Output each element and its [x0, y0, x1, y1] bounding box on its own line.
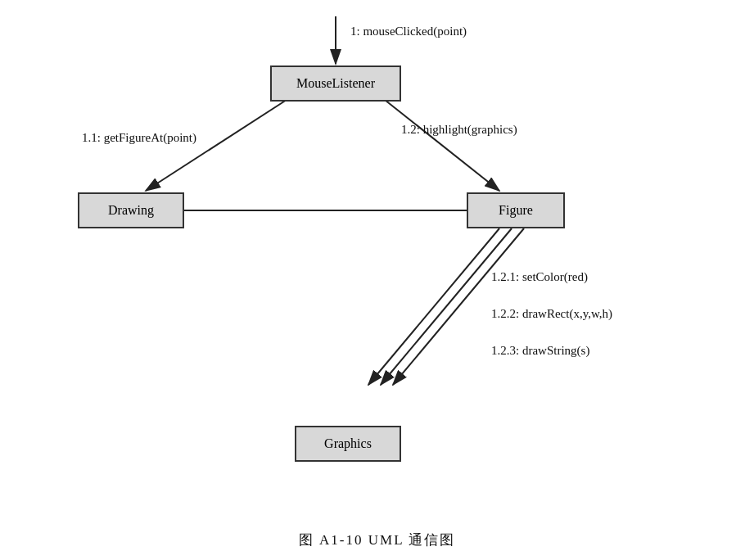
- mouse-listener-label: MouseListener: [296, 76, 375, 91]
- svg-line-3: [385, 100, 499, 191]
- msg121-label: 1.2.1: setColor(red): [491, 270, 588, 284]
- msg12-label: 1.2: highlight(graphics): [401, 123, 517, 137]
- svg-line-5: [368, 228, 499, 385]
- msg1-label: 1: mouseClicked(point): [350, 25, 467, 38]
- msg122-label: 1.2.2: drawRect(x,y,w,h): [491, 307, 612, 321]
- graphics-label: Graphics: [324, 436, 372, 451]
- drawing-label: Drawing: [108, 203, 154, 218]
- msg123-label: 1.2.3: drawString(s): [491, 344, 589, 358]
- figure-box: Figure: [467, 192, 565, 228]
- msg11-label: 1.1: getFigureAt(point): [82, 131, 196, 145]
- drawing-box: Drawing: [78, 192, 184, 228]
- caption: 图 A1-10 UML 通信图: [0, 524, 754, 549]
- mouse-listener-box: MouseListener: [270, 65, 401, 102]
- svg-line-2: [146, 100, 287, 191]
- figure-label: Figure: [499, 203, 533, 218]
- graphics-box: Graphics: [295, 426, 401, 462]
